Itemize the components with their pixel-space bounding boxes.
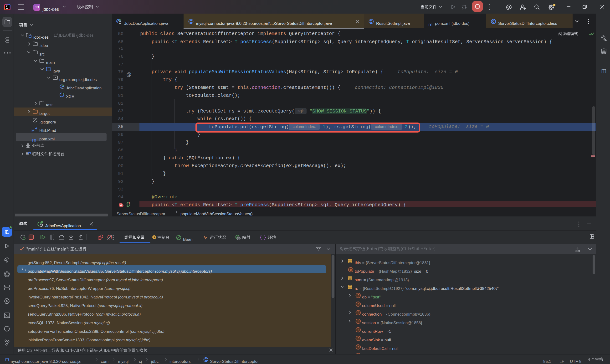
svg-text:f: f <box>358 337 359 340</box>
svg-text:f: f <box>358 328 359 332</box>
svg-text:p: p <box>350 268 352 272</box>
svg-text:f: f <box>358 319 359 323</box>
svg-text:f: f <box>358 302 359 306</box>
svg-text:f: f <box>358 294 359 297</box>
svg-text:f: f <box>358 311 359 314</box>
svg-text:f: f <box>358 345 359 349</box>
